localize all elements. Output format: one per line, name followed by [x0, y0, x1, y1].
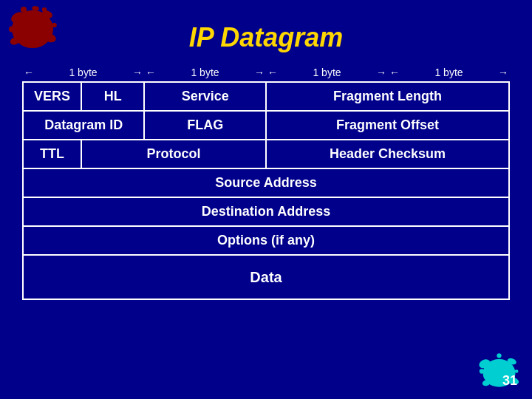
svg-point-9	[9, 27, 15, 33]
page-number: 31	[502, 373, 517, 389]
table-row: Data	[23, 255, 509, 299]
table-row: Options (if any)	[23, 226, 509, 255]
table-row: VERS HL Service Fragment Length	[23, 82, 509, 111]
header-checksum-cell: Header Checksum	[266, 140, 509, 168]
byte-label-4: 1 byte	[388, 66, 510, 78]
page-title: IP Datagram	[0, 0, 532, 66]
byte-labels-row: 1 byte 1 byte 1 byte 1 byte	[22, 66, 510, 78]
vers-cell: VERS	[23, 82, 81, 111]
hl-cell: HL	[81, 82, 145, 111]
source-address-cell: Source Address	[23, 168, 509, 197]
flag-cell: FLAG	[144, 111, 266, 140]
table-row: Destination Address	[23, 197, 509, 226]
ttl-cell: TTL	[23, 140, 81, 168]
table-row: Source Address	[23, 168, 509, 197]
options-cell: Options (if any)	[23, 226, 509, 255]
table-row: Datagram ID FLAG Fragment Offset	[23, 111, 509, 140]
byte-label-1: 1 byte	[22, 66, 144, 78]
svg-point-8	[52, 23, 56, 27]
splat-top-left-decoration	[6, 1, 65, 57]
table-row: TTL Protocol Header Checksum	[23, 140, 509, 168]
destination-address-cell: Destination Address	[23, 197, 509, 226]
byte-label-3: 1 byte	[266, 66, 388, 78]
datagram-id-cell: Datagram ID	[23, 111, 144, 140]
fragment-length-cell: Fragment Length	[266, 82, 509, 111]
fragment-offset-cell: Fragment Offset	[266, 111, 509, 140]
byte-label-2: 1 byte	[144, 66, 266, 78]
svg-point-17	[480, 369, 484, 373]
data-cell: Data	[23, 255, 509, 299]
diagram-container: 1 byte 1 byte 1 byte 1 byte VERS HL Serv…	[22, 66, 510, 300]
protocol-cell: Protocol	[81, 140, 266, 168]
svg-point-15	[497, 353, 501, 358]
datagram-table: VERS HL Service Fragment Length Datagram…	[22, 81, 510, 300]
svg-point-7	[42, 7, 47, 12]
service-cell: Service	[144, 82, 266, 111]
svg-point-6	[21, 7, 27, 13]
